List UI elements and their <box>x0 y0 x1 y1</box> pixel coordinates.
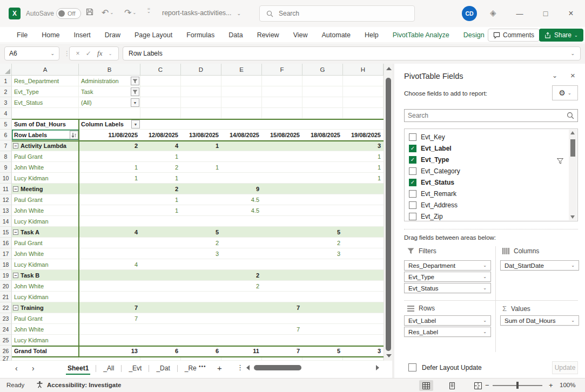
chevron-down-icon[interactable]: ⌄ <box>483 329 487 334</box>
row-header-16[interactable]: 16 <box>0 238 12 248</box>
ribbon-tab-home[interactable]: Home <box>35 31 66 39</box>
chevron-down-icon[interactable]: ⌄ <box>483 274 487 279</box>
cell-F20[interactable] <box>262 281 302 291</box>
cell-F13[interactable] <box>262 205 302 215</box>
ribbon-tab-data[interactable]: Data <box>221 31 250 39</box>
cell-D17[interactable]: 3 <box>181 248 221 259</box>
sheet-tab-_dat[interactable]: _Dat <box>149 361 177 375</box>
quick-access-customize-button[interactable]: =⌄ <box>147 8 151 13</box>
cell-D7[interactable]: 1 <box>181 140 221 151</box>
cell-B6[interactable]: 11/08/2025 <box>79 130 140 140</box>
formula-input[interactable]: Row Labels⌄ <box>123 46 581 60</box>
filters-chip-evt_status[interactable]: Evt_Status⌄ <box>404 283 491 293</box>
cell-C16[interactable] <box>140 238 181 248</box>
name-box[interactable]: A6⌄ <box>4 46 59 60</box>
cell-B8[interactable] <box>79 151 140 161</box>
cell-E22[interactable] <box>221 302 262 313</box>
cell-F21[interactable] <box>262 292 302 302</box>
cell-C6[interactable]: 12/08/2025 <box>140 130 181 140</box>
cell-B4[interactable] <box>79 108 140 118</box>
checkbox-unchecked-icon[interactable] <box>409 190 416 198</box>
checkbox-unchecked-icon[interactable] <box>409 167 416 175</box>
cell-B21[interactable] <box>79 292 140 302</box>
cell-D21[interactable] <box>181 292 221 302</box>
cell-H8[interactable]: 1 <box>343 151 384 161</box>
cell-G20[interactable] <box>302 281 343 291</box>
chevron-down-icon[interactable]: ⌄ <box>483 286 487 290</box>
cell-G15[interactable]: 5 <box>302 227 343 237</box>
column-header-B[interactable]: B <box>79 64 140 76</box>
horizontal-scroll-thumb[interactable] <box>254 365 301 370</box>
cell-F5[interactable] <box>262 119 302 129</box>
cell-G1[interactable] <box>302 76 343 86</box>
row-header-20[interactable]: 20 <box>0 281 12 292</box>
cell-G11[interactable] <box>302 184 343 194</box>
zoom-out-button[interactable]: − <box>485 381 489 389</box>
cell-H22[interactable] <box>343 302 384 313</box>
cell-C8[interactable]: 1 <box>140 151 181 161</box>
column-header-C[interactable]: C <box>140 64 181 76</box>
cell-A4[interactable] <box>12 108 79 118</box>
cell-E25[interactable] <box>221 335 262 345</box>
collapse-icon[interactable]: − <box>13 273 18 278</box>
cell-H5[interactable] <box>343 119 384 129</box>
cell-B7[interactable]: 2 <box>79 140 140 151</box>
cell-D2[interactable] <box>181 86 221 97</box>
cell-E18[interactable] <box>221 259 262 269</box>
cell-A26[interactable]: Grand Total <box>12 346 79 356</box>
row-header-17[interactable]: 17 <box>0 248 12 259</box>
cell-H21[interactable] <box>343 292 384 302</box>
new-sheet-button[interactable]: + <box>217 363 222 373</box>
field-item-evt_remark[interactable]: Evt_Remark <box>405 188 577 199</box>
row-header-14[interactable]: 14 <box>0 216 12 227</box>
cell-G18[interactable] <box>302 259 343 269</box>
cell-B17[interactable] <box>79 248 140 259</box>
cell-D24[interactable] <box>181 324 221 334</box>
cell-A20[interactable]: John White <box>12 281 79 291</box>
row-header-22[interactable]: 22 <box>0 302 12 313</box>
cell-H3[interactable] <box>343 97 384 107</box>
cell-A1[interactable]: Res_Department <box>12 76 79 86</box>
cell-H24[interactable] <box>343 324 384 334</box>
cell-B20[interactable] <box>79 281 140 291</box>
cell-G12[interactable] <box>302 194 343 205</box>
cell-H25[interactable] <box>343 335 384 345</box>
cell-C4[interactable] <box>140 108 181 118</box>
undo-button[interactable]: ↶⌄ <box>102 8 113 18</box>
collapse-icon[interactable]: − <box>13 186 18 192</box>
sheet-tab-_all[interactable]: _All <box>96 361 121 375</box>
cell-C10[interactable]: 1 <box>140 173 181 183</box>
chevron-down-icon[interactable]: ⌄ <box>483 263 487 268</box>
cell-H14[interactable] <box>343 216 384 226</box>
checkbox-unchecked-icon[interactable] <box>409 133 416 141</box>
cell-D12[interactable] <box>181 194 221 205</box>
cell-E14[interactable] <box>221 216 262 226</box>
cell-G4[interactable] <box>302 108 343 118</box>
scroll-up-icon[interactable] <box>386 67 392 70</box>
cell-H2[interactable] <box>343 86 384 97</box>
rows-chip-res_label[interactable]: Res_Label⌄ <box>404 327 491 337</box>
cell-D14[interactable] <box>181 216 221 226</box>
row-header-10[interactable]: 10 <box>0 173 12 184</box>
cell-F7[interactable] <box>262 140 302 151</box>
cell-E3[interactable] <box>221 97 262 107</box>
cell-D1[interactable] <box>181 76 221 86</box>
cell-B18[interactable]: 4 <box>79 259 140 269</box>
cell-C13[interactable]: 1 <box>140 205 181 215</box>
cell-F12[interactable] <box>262 194 302 205</box>
cell-F11[interactable] <box>262 184 302 194</box>
cell-A19[interactable]: −Task B <box>12 270 79 280</box>
panel-close-icon[interactable]: × <box>570 71 575 80</box>
cell-E2[interactable] <box>221 86 262 97</box>
cell-A16[interactable]: Paul Grant <box>12 238 79 248</box>
cell-E13[interactable]: 4.5 <box>221 205 262 215</box>
cell-B3[interactable]: (All)▼ <box>79 97 140 107</box>
close-button[interactable]: × <box>564 7 577 20</box>
cell-F1[interactable] <box>262 76 302 86</box>
share-button[interactable]: Share⌄ <box>539 29 583 42</box>
rows-chip-evt_label[interactable]: Evt_Label⌄ <box>404 315 491 326</box>
cell-C9[interactable]: 2 <box>140 162 181 172</box>
column-header-G[interactable]: G <box>302 64 343 76</box>
row-header-19[interactable]: 19 <box>0 270 12 281</box>
dropdown-filter-button[interactable]: ▼ <box>131 98 139 107</box>
